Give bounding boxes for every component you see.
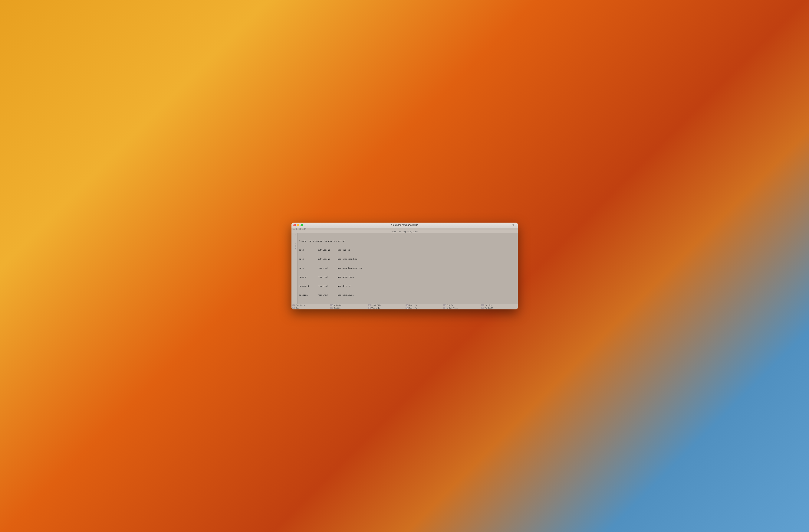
shortcut-label-read-file: Read File	[372, 304, 381, 306]
file-bar: File: /etc/pam.d/sudo	[291, 230, 518, 233]
shortcut-label-next-pg: Next Pg	[409, 307, 417, 309]
shortcut-key-v: ^V	[406, 307, 409, 309]
line-num-3: 3	[292, 240, 296, 242]
line-num-2: 2	[292, 236, 296, 240]
editor-line-4: auth required pam_opendirectory.so	[299, 267, 516, 270]
shortcut-key-r: ^R	[368, 304, 371, 306]
line-num-1: 1	[292, 234, 296, 237]
shortcut-next-pg[interactable]: ^V Next Pg	[404, 307, 442, 309]
shortcut-exit[interactable]: ^X Exit	[291, 307, 329, 309]
editor-line-5: account required pam_permit.so	[299, 276, 516, 279]
shortcut-key-o: ^O	[330, 304, 333, 306]
shortcut-where-is[interactable]: ^W Where Is	[367, 307, 404, 309]
terminal-window: sudo nano /etc/pam.d/sudo ⌥⌘1 UW PICO 5.…	[291, 223, 518, 309]
shortcut-label-where-is: Where Is	[372, 307, 380, 309]
line-num-7: 7	[292, 250, 296, 253]
shortcut-read-file[interactable]: ^R Read File	[367, 304, 404, 306]
shortcut-key-k: ^K	[443, 304, 446, 306]
shortcut-key-x: ^X	[292, 307, 296, 309]
shortcuts-row-2: ^X Exit ^J Justify ^W Where Is ^V Next P…	[291, 307, 518, 309]
shortcut-prev-pg[interactable]: ^Y Prev Pg	[404, 304, 442, 306]
close-button[interactable]	[293, 224, 296, 226]
shortcut-key-c: ^C	[481, 304, 484, 306]
shortcuts-row-1: ^G Get Help ^O WriteOut ^R Read File ^Y …	[291, 304, 518, 307]
editor-content[interactable]: # sudo: auth account password session au…	[297, 233, 518, 304]
shortcuts-section: ^G Get Help ^O WriteOut ^R Read File ^Y …	[291, 304, 518, 309]
shortcut-label-exit: Exit	[296, 307, 300, 309]
shortcut-label-cut-text: Cut Text	[447, 304, 455, 306]
shortcut-uncut-text[interactable]: ^U UnCut Text	[442, 307, 480, 309]
status-bar: ^G Get Help ^O WriteOut ^R Read File ^Y …	[291, 304, 518, 309]
nano-body: UW PICO 5.09 File: /etc/pam.d/sudo 1 2 3…	[291, 228, 518, 309]
editor-line-1: # sudo: auth account password session	[299, 240, 516, 243]
shortcut-key-u: ^U	[443, 307, 446, 309]
editor-line-7: session required pam_permit.so	[299, 294, 516, 297]
shortcut-label-cur-pos: Cur Pos	[484, 304, 492, 306]
maximize-button[interactable]	[300, 224, 303, 226]
version-text: UW PICO 5.09	[293, 228, 307, 230]
shortcut-to-spell[interactable]: ^T To Spell	[480, 307, 518, 309]
shortcut-cur-pos[interactable]: ^C Cur Pos	[480, 304, 518, 306]
shortcut-writeout[interactable]: ^O WriteOut	[329, 304, 367, 306]
shortcut-key-w: ^W	[368, 307, 371, 309]
minimize-button[interactable]	[297, 224, 299, 226]
traffic-lights	[293, 224, 303, 226]
shortcut-key-g: ^G	[292, 304, 296, 306]
file-path: File: /etc/pam.d/sudo	[391, 230, 418, 233]
editor-area[interactable]: 1 2 3 4 5 6 7 # sudo: auth account passw…	[291, 233, 518, 304]
shortcut-key-j: ^J	[330, 307, 333, 309]
window-title: sudo nano /etc/pam.d/sudo	[391, 224, 418, 226]
shortcut-key-y: ^Y	[406, 304, 409, 306]
shortcut-cut-text[interactable]: ^K Cut Text	[442, 304, 480, 306]
shortcut-get-help[interactable]: ^G Get Help	[291, 304, 329, 306]
line-num-6: 6	[292, 247, 296, 250]
shortcut-label-to-spell: To Spell	[484, 307, 493, 309]
version-bar: UW PICO 5.09	[291, 228, 518, 230]
shortcut-justify[interactable]: ^J Justify	[329, 307, 367, 309]
shortcut-key-t: ^T	[481, 307, 484, 309]
line-numbers: 1 2 3 4 5 6 7	[291, 233, 297, 304]
shortcut-label-justify: Justify	[334, 307, 341, 309]
title-bar: sudo nano /etc/pam.d/sudo ⌥⌘1	[291, 223, 518, 228]
line-num-5: 5	[292, 245, 296, 248]
editor-line-3: auth sufficient pam_smartcard.so	[299, 258, 516, 261]
editor-line-2: auth sufficient pam_tid.so	[299, 249, 516, 252]
shortcut-label-uncut-text: UnCut Text	[447, 307, 458, 309]
shortcut-label-writeout: WriteOut	[334, 304, 342, 306]
shortcut-label-prev-pg: Prev Pg	[409, 304, 417, 306]
line-num-4: 4	[292, 242, 296, 245]
editor-line-6: password required pam_deny.so	[299, 285, 516, 288]
shortcut-label-get-help: Get Help	[296, 304, 305, 306]
shortcut-hint: ⌥⌘1	[512, 224, 516, 226]
